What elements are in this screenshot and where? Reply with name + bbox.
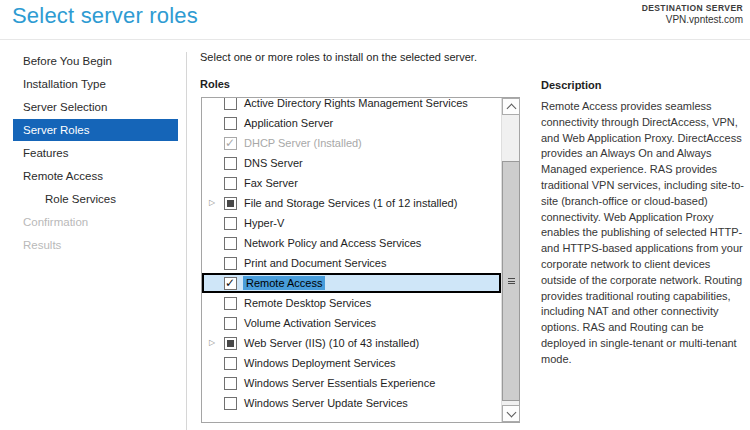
- destination-server-block: DESTINATION SERVER VPN.vpntest.com: [642, 3, 743, 25]
- role-label: Application Server: [244, 117, 333, 129]
- role-row-windows-server-essentials-experience[interactable]: Windows Server Essentials Experience: [202, 373, 501, 393]
- role-label: Network Policy and Access Services: [244, 237, 421, 249]
- checkbox-unchecked[interactable]: [224, 297, 237, 310]
- role-row-network-policy-and-access-services[interactable]: Network Policy and Access Services: [202, 233, 501, 253]
- role-label: DHCP Server (Installed): [244, 137, 362, 149]
- checkbox-partial[interactable]: [224, 197, 237, 210]
- checkbox-unchecked[interactable]: [224, 237, 237, 250]
- sidebar-item-remote-access[interactable]: Remote Access: [13, 165, 178, 187]
- role-row-fax-server[interactable]: Fax Server: [202, 173, 501, 193]
- checkbox-unchecked[interactable]: [224, 397, 237, 410]
- checkbox-unchecked[interactable]: [224, 377, 237, 390]
- role-label: Hyper-V: [244, 217, 284, 229]
- role-row-dns-server[interactable]: DNS Server: [202, 153, 501, 173]
- roles-listbox: Active Directory Rights Management Servi…: [201, 97, 520, 423]
- description-header: Description: [541, 79, 602, 91]
- scrollbar-grip-icon: [508, 278, 515, 284]
- sidebar-item-server-roles[interactable]: Server Roles: [13, 119, 178, 141]
- chevron-down-icon: [507, 408, 517, 418]
- chevron-up-icon: [507, 104, 517, 114]
- checkbox-unchecked[interactable]: [224, 117, 237, 130]
- instruction-text: Select one or more roles to install on t…: [200, 51, 477, 63]
- role-label: Windows Server Update Services: [244, 397, 408, 409]
- checkbox-unchecked[interactable]: [224, 217, 237, 230]
- description-text: Remote Access provides seamless connecti…: [541, 99, 747, 368]
- role-row-active-directory-rights-management-services[interactable]: Active Directory Rights Management Servi…: [202, 98, 501, 113]
- checkbox-checked[interactable]: [224, 277, 237, 290]
- roles-list: Active Directory Rights Management Servi…: [202, 98, 501, 413]
- sidebar-divider: [186, 52, 187, 430]
- checkbox-unchecked[interactable]: [224, 357, 237, 370]
- role-row-remote-access[interactable]: Remote Access: [202, 273, 501, 293]
- sidebar-item-before-you-begin[interactable]: Before You Begin: [13, 50, 178, 72]
- sidebar-item-installation-type[interactable]: Installation Type: [13, 73, 178, 95]
- role-row-windows-deployment-services[interactable]: Windows Deployment Services: [202, 353, 501, 373]
- expand-arrow-icon[interactable]: ▷: [205, 333, 219, 353]
- scrollbar-thumb[interactable]: [502, 161, 520, 401]
- roles-list-viewport: Active Directory Rights Management Servi…: [202, 98, 501, 422]
- checkbox-partial[interactable]: [224, 337, 237, 350]
- checkbox-unchecked[interactable]: [224, 257, 237, 270]
- role-label: File and Storage Services (1 of 12 insta…: [244, 197, 457, 209]
- role-row-windows-server-update-services[interactable]: Windows Server Update Services: [202, 393, 501, 413]
- role-label: Active Directory Rights Management Servi…: [244, 98, 468, 109]
- roles-list-header: Roles: [200, 78, 230, 90]
- destination-server-label: DESTINATION SERVER: [642, 3, 743, 13]
- role-row-hyper-v[interactable]: Hyper-V: [202, 213, 501, 233]
- page-title: Select server roles: [12, 3, 198, 29]
- role-label: Volume Activation Services: [244, 317, 376, 329]
- sidebar-item-results: Results: [13, 234, 178, 256]
- role-label: Windows Deployment Services: [244, 357, 396, 369]
- destination-server-name: VPN.vpntest.com: [642, 14, 743, 25]
- sidebar-item-features[interactable]: Features: [13, 142, 178, 164]
- sidebar-item-role-services[interactable]: Role Services: [13, 188, 178, 210]
- checkbox-checked-disabled: [224, 137, 237, 150]
- role-row-file-and-storage-services-1-of-12-installed[interactable]: ▷File and Storage Services (1 of 12 inst…: [202, 193, 501, 213]
- sidebar-item-confirmation: Confirmation: [13, 211, 178, 233]
- checkbox-unchecked[interactable]: [224, 157, 237, 170]
- role-row-application-server[interactable]: Application Server: [202, 113, 501, 133]
- role-row-web-server-iis-10-of-43-installed[interactable]: ▷Web Server (IIS) (10 of 43 installed): [202, 333, 501, 353]
- role-row-dhcp-server-installed[interactable]: DHCP Server (Installed): [202, 133, 501, 153]
- role-row-volume-activation-services[interactable]: Volume Activation Services: [202, 313, 501, 333]
- roles-scrollbar[interactable]: [501, 98, 519, 422]
- role-label: Web Server (IIS) (10 of 43 installed): [244, 337, 419, 349]
- role-row-print-and-document-services[interactable]: Print and Document Services: [202, 253, 501, 273]
- role-label: Windows Server Essentials Experience: [244, 377, 435, 389]
- header-divider: [0, 39, 750, 40]
- scroll-down-button[interactable]: [502, 405, 520, 422]
- sidebar-item-server-selection[interactable]: Server Selection: [13, 96, 178, 118]
- expand-arrow-icon[interactable]: ▷: [205, 193, 219, 213]
- role-label: Fax Server: [244, 177, 298, 189]
- scroll-up-button[interactable]: [502, 98, 520, 115]
- role-label: Remote Desktop Services: [244, 297, 371, 309]
- checkbox-unchecked[interactable]: [224, 98, 237, 110]
- add-roles-wizard-window: Select server roles DESTINATION SERVER V…: [0, 0, 750, 430]
- wizard-nav: Before You BeginInstallation TypeServer …: [13, 50, 178, 257]
- role-label: Remote Access: [243, 276, 325, 290]
- role-label: Print and Document Services: [244, 257, 386, 269]
- role-row-remote-desktop-services[interactable]: Remote Desktop Services: [202, 293, 501, 313]
- checkbox-unchecked[interactable]: [224, 177, 237, 190]
- checkbox-unchecked[interactable]: [224, 317, 237, 330]
- role-label: DNS Server: [244, 157, 303, 169]
